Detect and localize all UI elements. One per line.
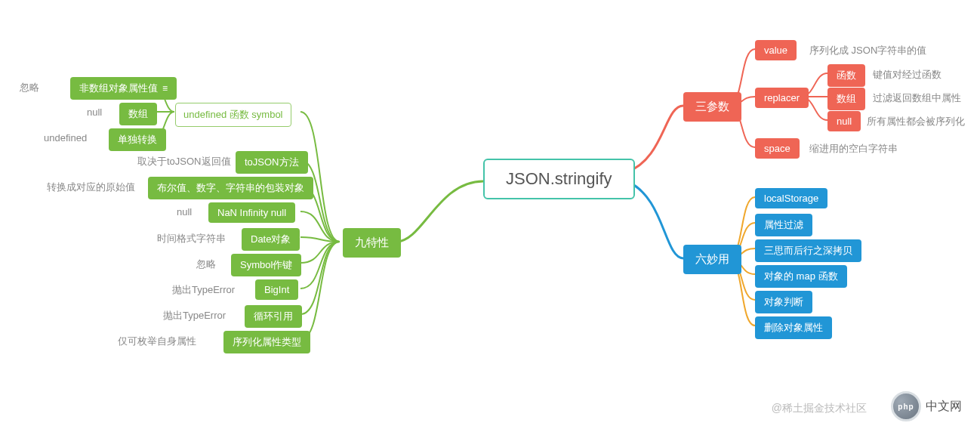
site-logo: php 中文网 <box>891 391 962 421</box>
node-nan-inf[interactable]: NaN Infinity null <box>208 202 295 223</box>
node-object-map[interactable]: 对象的 map 函数 <box>755 265 847 288</box>
watermark: @稀土掘金技术社区 <box>772 402 867 415</box>
node-object-compare[interactable]: 对象判断 <box>755 291 812 313</box>
central-topic[interactable]: JSON.stringify <box>483 159 635 199</box>
main-node-six-uses[interactable]: 六妙用 <box>683 245 741 274</box>
node-delete-prop[interactable]: 删除对象属性 <box>755 316 832 339</box>
text-replacer-null: 所有属性都会被序列化 <box>867 115 965 128</box>
label: 非数组对象属性值 <box>79 82 158 95</box>
node-undefined-symbol[interactable]: undefined 函数 symbol <box>175 103 291 127</box>
node-localstorage[interactable]: localStorage <box>755 188 827 208</box>
logo-cn-text: 中文网 <box>926 399 962 415</box>
main-node-three-params[interactable]: 三参数 <box>683 92 741 122</box>
text-null2: null <box>177 206 192 218</box>
node-tojson[interactable]: toJSON方法 <box>236 151 308 174</box>
node-deep-copy[interactable]: 三思而后行之深拷贝 <box>755 239 861 262</box>
text-date-string: 时间格式字符串 <box>157 232 226 245</box>
text-value-desc: 序列化成 JSON字符串的值 <box>809 44 926 57</box>
node-standalone[interactable]: 单独转换 <box>109 128 166 151</box>
node-replacer-null[interactable]: null <box>827 111 861 131</box>
text-ignored: 忽略 <box>20 81 39 94</box>
node-value[interactable]: value <box>755 40 797 60</box>
node-wrapper-objects[interactable]: 布尔值、数字、字符串的包装对象 <box>148 177 313 199</box>
node-non-array-prop[interactable]: 非数组对象属性值 ≡ <box>70 77 177 100</box>
text-replacer-arr: 过滤返回数组中属性 <box>873 91 961 105</box>
text-undefined: undefined <box>44 132 87 144</box>
text-to-primitive: 转换成对应的原始值 <box>47 181 135 194</box>
text-own-enumerable: 仅可枚举自身属性 <box>118 335 196 348</box>
node-array[interactable]: 数组 <box>119 103 157 125</box>
node-space[interactable]: space <box>755 138 800 159</box>
node-symbol-key[interactable]: Symbol作键 <box>231 254 301 276</box>
node-replacer-fn[interactable]: 函数 <box>827 64 865 87</box>
text-space-desc: 缩进用的空白字符串 <box>809 142 898 156</box>
node-circular[interactable]: 循环引用 <box>245 305 302 328</box>
node-prop-filter[interactable]: 属性过滤 <box>755 214 812 236</box>
note-icon: ≡ <box>162 83 168 94</box>
text-null: null <box>87 106 102 118</box>
node-enumerable[interactable]: 序列化属性类型 <box>223 331 310 353</box>
node-replacer[interactable]: replacer <box>755 88 809 108</box>
text-typeerror1: 抛出TypeError <box>172 283 235 297</box>
node-bigint[interactable]: BigInt <box>255 279 298 300</box>
node-replacer-arr[interactable]: 数组 <box>827 88 865 110</box>
node-date[interactable]: Date对象 <box>242 228 300 251</box>
text-tojson-depends: 取决于toJSON返回值 <box>137 155 231 168</box>
text-typeerror2: 抛出TypeError <box>163 309 226 323</box>
main-node-nine[interactable]: 九特性 <box>343 228 401 258</box>
text-replacer-fn: 键值对经过函数 <box>873 68 941 82</box>
logo-icon: php <box>891 391 921 421</box>
text-ignored2: 忽略 <box>196 258 216 271</box>
